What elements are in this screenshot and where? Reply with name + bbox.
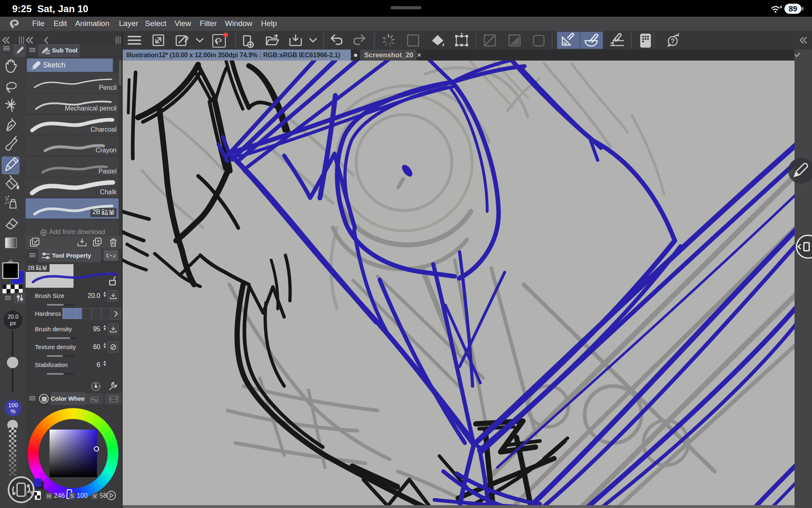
svg-text:6: 6 xyxy=(780,5,782,9)
svg-text:?: ? xyxy=(671,38,675,45)
